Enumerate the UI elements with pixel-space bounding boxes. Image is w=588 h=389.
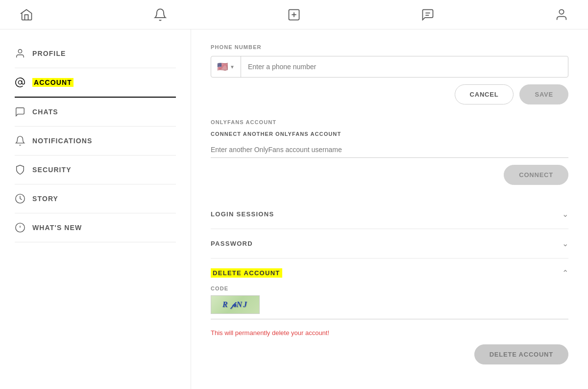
country-selector[interactable]: 🇺🇸 ▼ <box>211 56 241 77</box>
connect-another-label: CONNECT ANOTHER ONLYFANS ACCOUNT <box>211 131 568 137</box>
phone-number-section: PHONE NUMBER 🇺🇸 ▼ CANCEL SAVE <box>211 44 568 104</box>
captcha-image: R 𝓅NJ <box>211 295 260 314</box>
sidebar-item-chats[interactable]: CHATS <box>15 98 176 127</box>
country-chevron-icon: ▼ <box>230 64 235 70</box>
svg-point-5 <box>559 9 564 14</box>
phone-input[interactable] <box>241 58 568 76</box>
code-label: CODE <box>211 285 568 291</box>
notifications-nav-icon[interactable] <box>153 8 167 22</box>
captcha-code: R 𝓅NJ <box>222 300 248 309</box>
phone-buttons-row: CANCEL SAVE <box>211 84 568 104</box>
sidebar-item-story[interactable]: STORY <box>15 184 176 213</box>
code-divider <box>211 319 568 319</box>
chat-nav-icon[interactable] <box>421 8 435 22</box>
password-section: PASSWORD ⌄ <box>211 229 568 259</box>
onlyfans-username-input[interactable] <box>211 142 568 158</box>
delete-account-chevron-icon: ⌃ <box>562 268 568 278</box>
sidebar-item-security[interactable]: SECURITY <box>15 156 176 184</box>
sidebar-item-whats-new[interactable]: WHAT'S NEW <box>15 213 176 242</box>
onlyfans-section: ONLYFANS ACCOUNT CONNECT ANOTHER ONLYFAN… <box>211 119 568 185</box>
phone-input-wrapper: 🇺🇸 ▼ <box>211 56 568 78</box>
delete-account-title: DELETE ACCOUNT <box>211 268 282 278</box>
login-sessions-section: LOGIN SESSIONS ⌄ <box>211 200 568 229</box>
login-sessions-chevron-icon: ⌄ <box>562 209 568 219</box>
top-navigation <box>0 0 588 29</box>
sidebar-item-whats-new-label: WHAT'S NEW <box>32 224 82 232</box>
main-content: PHONE NUMBER 🇺🇸 ▼ CANCEL SAVE ONLYFANS A… <box>191 29 588 389</box>
password-header[interactable]: PASSWORD ⌄ <box>211 229 568 258</box>
login-sessions-label: LOGIN SESSIONS <box>211 210 274 218</box>
delete-warning-text: This will permanently delete your accoun… <box>211 329 568 337</box>
compose-nav-icon[interactable] <box>287 8 301 22</box>
delete-account-section: DELETE ACCOUNT ⌃ CODE R 𝓅NJ This will pe… <box>211 259 568 374</box>
page-layout: PROFILE ACCOUNT CHATS NOTIFICATIONS SECU… <box>0 29 588 389</box>
onlyfans-section-label: ONLYFANS ACCOUNT <box>211 119 568 125</box>
sidebar-item-profile[interactable]: PROFILE <box>15 39 176 68</box>
flag-icon: 🇺🇸 <box>217 61 228 72</box>
connect-button[interactable]: CONNECT <box>504 165 568 185</box>
home-nav-icon[interactable] <box>20 8 33 22</box>
sidebar-item-chats-label: CHATS <box>32 108 58 116</box>
sidebar-item-profile-label: PROFILE <box>32 50 66 57</box>
phone-section-label: PHONE NUMBER <box>211 44 568 50</box>
svg-point-7 <box>18 80 22 84</box>
login-sessions-header[interactable]: LOGIN SESSIONS ⌄ <box>211 200 568 229</box>
delete-account-button[interactable]: DELETE ACCOUNT <box>474 344 568 364</box>
sidebar-item-notifications-label: NOTIFICATIONS <box>32 137 92 145</box>
password-label: PASSWORD <box>211 240 253 247</box>
profile-nav-icon[interactable] <box>555 8 568 22</box>
save-button[interactable]: SAVE <box>519 84 568 104</box>
connect-btn-row: CONNECT <box>211 165 568 185</box>
cancel-button[interactable]: CANCEL <box>455 84 514 104</box>
password-chevron-icon: ⌄ <box>562 239 568 248</box>
sidebar: PROFILE ACCOUNT CHATS NOTIFICATIONS SECU… <box>0 29 191 389</box>
sidebar-item-account-label: ACCOUNT <box>32 78 74 86</box>
sidebar-item-notifications[interactable]: NOTIFICATIONS <box>15 127 176 156</box>
svg-point-6 <box>18 50 22 53</box>
delete-btn-row: DELETE ACCOUNT <box>211 344 568 364</box>
sidebar-item-story-label: STORY <box>32 195 58 203</box>
delete-account-header[interactable]: DELETE ACCOUNT ⌃ <box>211 268 568 278</box>
sidebar-item-account[interactable]: ACCOUNT <box>15 68 176 98</box>
sidebar-item-security-label: SECURITY <box>32 166 72 174</box>
